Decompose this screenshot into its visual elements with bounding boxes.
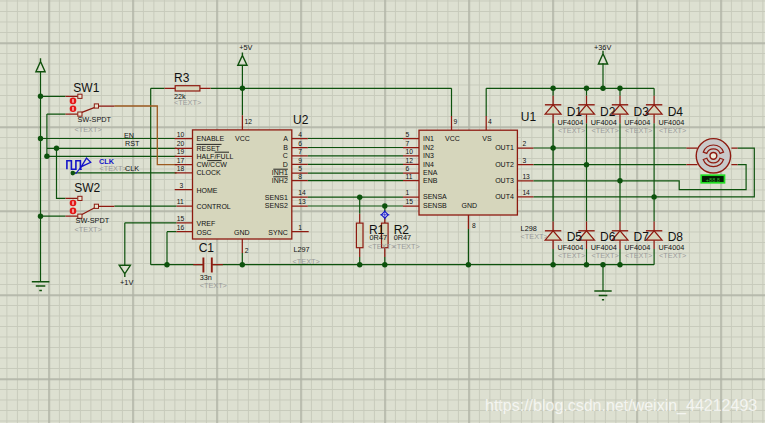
svg-text:10: 10 <box>406 148 414 155</box>
svg-text:2: 2 <box>245 247 249 254</box>
svg-text:SENSB: SENSB <box>423 202 447 209</box>
svg-text:D8: D8 <box>668 230 684 244</box>
svg-text:ENB: ENB <box>423 177 438 184</box>
svg-text:CLK: CLK <box>125 164 139 173</box>
svg-text:OUT3: OUT3 <box>495 177 514 184</box>
svg-text:D1: D1 <box>567 105 583 119</box>
svg-text:SYNC: SYNC <box>268 229 287 236</box>
svg-text:5: 5 <box>298 165 302 172</box>
svg-text:<TEXT>: <TEXT> <box>368 242 395 251</box>
svg-text:<TEXT>: <TEXT> <box>625 251 652 260</box>
svg-text:<TEXT>: <TEXT> <box>521 232 548 241</box>
svg-text:16: 16 <box>177 224 185 231</box>
svg-text:<TEXT>: <TEXT> <box>659 251 686 260</box>
svg-text:1: 1 <box>406 189 410 196</box>
svg-text:15: 15 <box>177 215 185 222</box>
svg-text:SENS2: SENS2 <box>265 202 288 209</box>
svg-text:U1: U1 <box>521 110 537 124</box>
svg-text:1: 1 <box>298 224 302 231</box>
svg-text:+5V: +5V <box>239 43 252 52</box>
svg-text:12: 12 <box>406 157 414 164</box>
svg-text:<TEXT>: <TEXT> <box>200 281 227 290</box>
svg-text:SENSA: SENSA <box>423 193 447 200</box>
svg-text:RST: RST <box>125 139 140 148</box>
svg-text:SW1: SW1 <box>73 81 99 95</box>
svg-text:https://blog.csdn.net/weixin_4: https://blog.csdn.net/weixin_44212493 <box>485 397 757 415</box>
svg-text:9: 9 <box>298 157 302 164</box>
svg-text:<TEXT>: <TEXT> <box>393 242 420 251</box>
svg-text:9: 9 <box>453 118 457 125</box>
svg-text:D: D <box>283 161 288 168</box>
svg-text:L297: L297 <box>293 245 309 254</box>
svg-text:7: 7 <box>406 140 410 147</box>
svg-text:15: 15 <box>406 198 414 205</box>
svg-text:VREF: VREF <box>197 220 216 227</box>
svg-text:VCC: VCC <box>445 135 460 142</box>
svg-text:ENABLE: ENABLE <box>197 135 225 142</box>
svg-text:<TEXT>: <TEXT> <box>293 257 320 266</box>
svg-text:+36V: +36V <box>594 43 611 52</box>
svg-text:14: 14 <box>522 189 530 196</box>
svg-text:IN3: IN3 <box>423 152 434 159</box>
svg-text:<TEXT>: <TEXT> <box>558 126 585 135</box>
svg-text:<TEXT>: <TEXT> <box>592 251 619 260</box>
svg-text:3: 3 <box>522 157 526 164</box>
svg-text:OUT1: OUT1 <box>495 144 514 151</box>
svg-text:SW2: SW2 <box>74 181 100 195</box>
svg-text:4: 4 <box>298 131 302 138</box>
svg-text:13: 13 <box>522 173 530 180</box>
svg-text:<TEXT>: <TEXT> <box>558 251 585 260</box>
svg-text:GND: GND <box>234 229 250 236</box>
svg-text:2: 2 <box>522 140 526 147</box>
svg-text:VS: VS <box>482 135 492 142</box>
svg-text:20: 20 <box>177 140 185 147</box>
svg-text:GND: GND <box>462 202 478 209</box>
svg-text:13: 13 <box>298 198 306 205</box>
svg-text:D7: D7 <box>634 230 650 244</box>
svg-text:R3: R3 <box>174 71 190 85</box>
svg-text:CONTROL: CONTROL <box>197 203 231 210</box>
svg-text:IN4: IN4 <box>423 161 434 168</box>
svg-text:D4: D4 <box>668 105 684 119</box>
svg-text:<TEXT>: <TEXT> <box>75 225 102 234</box>
svg-text:8: 8 <box>472 222 476 229</box>
svg-text:OSC: OSC <box>197 229 212 236</box>
svg-text:C: C <box>283 152 288 159</box>
svg-text:6: 6 <box>298 140 302 147</box>
svg-text:<TEXT>: <TEXT> <box>592 126 619 135</box>
svg-text:<TEXT>: <TEXT> <box>75 125 102 134</box>
svg-text:HALF/FULL: HALF/FULL <box>197 153 234 160</box>
svg-text:A: A <box>283 135 288 142</box>
svg-text:5: 5 <box>406 131 410 138</box>
svg-text:U2: U2 <box>293 113 309 127</box>
svg-text:<TEXT>: <TEXT> <box>100 164 127 173</box>
svg-text:<TEXT>: <TEXT> <box>625 126 652 135</box>
svg-text:B: B <box>283 144 288 151</box>
svg-text:11: 11 <box>406 173 413 180</box>
svg-text:SENS1: SENS1 <box>265 194 288 201</box>
svg-text:8: 8 <box>298 173 302 180</box>
svg-text:HOME: HOME <box>197 187 218 194</box>
svg-text:C1: C1 <box>199 241 215 255</box>
svg-text:IN1: IN1 <box>423 135 434 142</box>
svg-text:D5: D5 <box>567 230 583 244</box>
svg-text:4: 4 <box>488 118 492 125</box>
svg-text:+1V: +1V <box>120 278 133 287</box>
svg-text:OUT4: OUT4 <box>495 193 514 200</box>
svg-text:OUT2: OUT2 <box>495 161 514 168</box>
svg-text:3: 3 <box>179 182 183 189</box>
svg-text:6: 6 <box>406 165 410 172</box>
svg-text:<TEXT>: <TEXT> <box>174 98 201 107</box>
svg-text:12: 12 <box>245 118 253 125</box>
svg-text:D2: D2 <box>600 105 616 119</box>
svg-text:11: 11 <box>177 198 184 205</box>
svg-text:CLOCK: CLOCK <box>197 169 221 176</box>
svg-text:+88.8: +88.8 <box>706 177 720 183</box>
svg-text:VCC: VCC <box>235 135 250 142</box>
svg-text:14: 14 <box>298 189 306 196</box>
svg-text:0R47: 0R47 <box>394 233 411 242</box>
svg-text:SW-SPDT: SW-SPDT <box>78 115 112 124</box>
svg-text:0R47: 0R47 <box>370 233 387 242</box>
svg-text:ENA: ENA <box>423 169 438 176</box>
svg-text:IN2: IN2 <box>423 144 434 151</box>
